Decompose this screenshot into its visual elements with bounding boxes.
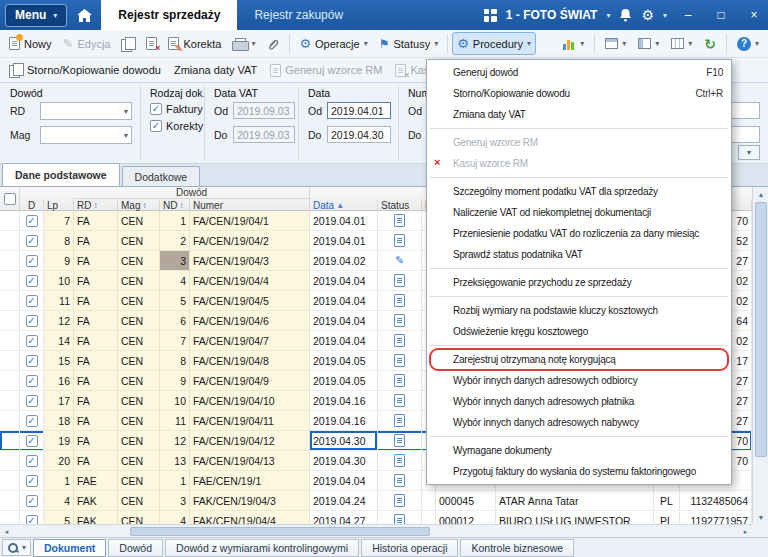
cell-status[interactable] [378, 491, 422, 511]
row-checkbox[interactable]: ✓ [26, 275, 38, 287]
cell-mag[interactable]: CEN [118, 491, 160, 511]
column-header-rd[interactable]: RD [77, 200, 91, 211]
settings-chevron-down-icon[interactable]: ▾ [663, 11, 667, 20]
cell-numer[interactable]: FAK/CEN/19/04/3 [190, 491, 310, 511]
cell-lp[interactable]: 8 [44, 231, 74, 251]
cell-lp[interactable]: 19 [44, 431, 74, 451]
cell-lp[interactable]: 16 [44, 371, 74, 391]
view-tab[interactable]: Dodatkowe [122, 166, 201, 186]
cell-d[interactable]: ✓ [20, 451, 44, 471]
layout-button[interactable]: ▾ [600, 32, 631, 55]
vat-date-to-input[interactable] [233, 126, 295, 143]
cell-sel[interactable] [0, 351, 20, 371]
cell-data[interactable]: 2019.04.24 [310, 491, 378, 511]
date-from-input[interactable] [327, 102, 391, 119]
chart-button[interactable]: ▾ [558, 32, 589, 55]
row-checkbox[interactable]: ✓ [26, 375, 38, 387]
cell-rd[interactable]: FA [74, 251, 118, 271]
date-to-input[interactable] [327, 126, 391, 143]
cell-d[interactable]: ✓ [20, 471, 44, 491]
cell-rd[interactable]: FA [74, 331, 118, 351]
cell-nd[interactable]: 4 [160, 271, 190, 291]
cell-numer[interactable]: FA/CEN/19/04/6 [190, 311, 310, 331]
cell-numer[interactable]: FA/CEN/19/04/3 [190, 251, 310, 271]
cell-sel[interactable] [0, 211, 20, 231]
refresh-button[interactable]: ↻ [699, 32, 721, 55]
cell-data[interactable]: 2019.04.05 [310, 371, 378, 391]
cell-nd[interactable]: 3 [160, 251, 190, 271]
correction-button[interactable]: ✎ Korekta [163, 32, 226, 55]
cell-nd[interactable]: 3 [160, 491, 190, 511]
cell-d[interactable]: ✓ [20, 431, 44, 451]
row-checkbox[interactable]: ✓ [26, 455, 38, 467]
cell-rd[interactable]: FA [74, 231, 118, 251]
cell-d[interactable]: ✓ [20, 331, 44, 351]
cell-mag[interactable]: CEN [118, 251, 160, 271]
cell-nd[interactable]: 12 [160, 431, 190, 451]
cell-rd[interactable]: FA [74, 351, 118, 371]
filter-collapse-button[interactable]: ▾ [738, 145, 760, 160]
cell-numer[interactable]: FA/CEN/19/04/13 [190, 451, 310, 471]
cell-d[interactable]: ✓ [20, 351, 44, 371]
row-checkbox[interactable]: ✓ [26, 435, 38, 447]
statuses-button[interactable]: ⚑ Statusy ▾ [374, 32, 443, 55]
cell-d[interactable]: ✓ [20, 291, 44, 311]
cell-kraj[interactable]: PL [654, 511, 680, 524]
row-checkbox[interactable]: ✓ [26, 495, 38, 507]
menu-item[interactable]: Rozbij wymiary na podstawie kluczy koszt… [427, 300, 731, 321]
vertical-scroll-thumb[interactable] [755, 202, 767, 457]
cell-d[interactable]: ✓ [20, 211, 44, 231]
column-header-data[interactable]: Data [313, 200, 334, 211]
menu-item[interactable]: Zmiana daty VAT [427, 104, 731, 125]
cell-lp[interactable]: 1 [44, 471, 74, 491]
cell-nd[interactable]: 10 [160, 391, 190, 411]
horizontal-scrollbar[interactable]: ◂ ▸ [0, 524, 752, 537]
menu-item[interactable]: Wybór innych danych adresowych odbiorcy [427, 370, 731, 391]
mag-select[interactable]: ▾ [40, 126, 132, 144]
row-checkbox[interactable]: ✓ [26, 335, 38, 347]
cell-nd[interactable]: 4 [160, 511, 190, 524]
cell-d[interactable]: ✓ [20, 231, 44, 251]
menu-item[interactable]: Sprawdź status podatnika VAT [427, 244, 731, 265]
cell-lp[interactable]: 5 [44, 511, 74, 524]
cell-lp[interactable]: 20 [44, 451, 74, 471]
cell-numer[interactable]: FA/CEN/19/04/2 [190, 231, 310, 251]
close-button[interactable]: × [742, 4, 766, 26]
cell-d[interactable]: ✓ [20, 511, 44, 524]
menu-button[interactable]: Menu ▾ [5, 4, 67, 27]
bottom-tab[interactable]: Dowód z wymiarami kontrolingowymi [165, 539, 359, 557]
cell-numer[interactable]: FA/CEN/19/04/4 [190, 271, 310, 291]
table-row[interactable]: ✓4FAKCEN3FAK/CEN/19/04/32019.04.24000045… [0, 491, 752, 511]
search-button[interactable]: ▾ [2, 539, 31, 556]
app-grid-icon[interactable] [484, 9, 497, 22]
cell-status[interactable] [378, 211, 422, 231]
cell-mag[interactable]: CEN [118, 391, 160, 411]
operations-button[interactable]: ⚙ Operacje ▾ [294, 32, 372, 55]
menu-item[interactable]: Odświeżenie kręgu kosztowego [427, 321, 731, 342]
cell-status[interactable] [378, 411, 422, 431]
delete-button[interactable]: × [141, 32, 162, 55]
titlebar-tab[interactable]: Rejestr sprzedaży [101, 0, 237, 30]
cell-status[interactable] [378, 351, 422, 371]
menu-item[interactable]: Wybór innych danych adresowych nabywcy [427, 412, 731, 433]
storno-button[interactable]: Storno/Kopiowanie dowodu [4, 59, 166, 82]
vat-date-from-input[interactable] [233, 102, 295, 119]
column-header-mag[interactable]: Mag [121, 200, 140, 211]
select-all-checkbox[interactable] [4, 193, 16, 205]
cell-d[interactable]: ✓ [20, 391, 44, 411]
company-chevron-down-icon[interactable]: ▾ [606, 11, 610, 20]
cell-numer[interactable]: FAE/CEN/19/1 [190, 471, 310, 491]
cell-lp[interactable]: 17 [44, 391, 74, 411]
cell-sel[interactable] [0, 471, 20, 491]
cell-data[interactable]: 2019.04.04 [310, 271, 378, 291]
cell-nd[interactable]: 1 [160, 211, 190, 231]
cell-rd[interactable]: FA [74, 211, 118, 231]
cell-nd[interactable]: 5 [160, 291, 190, 311]
print-button[interactable]: ▾ [227, 32, 260, 55]
cell-status[interactable] [378, 231, 422, 251]
cell-lp[interactable]: 18 [44, 411, 74, 431]
menu-item[interactable]: Storno/Kopiowanie dowoduCtrl+R [427, 83, 731, 104]
row-checkbox[interactable]: ✓ [26, 515, 38, 525]
cell-data[interactable]: 2019.04.27 [310, 511, 378, 524]
cell-status[interactable]: ✎ [378, 251, 422, 271]
